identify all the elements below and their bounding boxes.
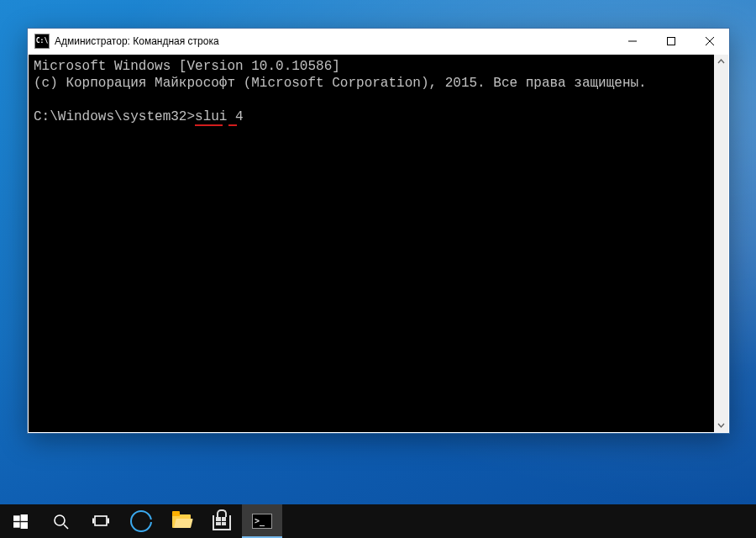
chevron-up-icon (717, 58, 725, 66)
scroll-down-button[interactable] (714, 418, 728, 432)
edge-icon (130, 510, 152, 532)
spellcheck-underline (195, 124, 223, 126)
windows-logo-icon (13, 514, 28, 529)
file-explorer-button[interactable] (161, 504, 202, 538)
cmd-title-icon: C:\ (34, 34, 50, 49)
window-client-area: Microsoft Windows [Version 10.0.10586] (… (29, 55, 728, 432)
window-title: Администратор: Командная строка (55, 35, 219, 47)
terminal-output[interactable]: Microsoft Windows [Version 10.0.10586] (… (29, 55, 714, 432)
scroll-track[interactable] (714, 69, 728, 418)
maximize-button[interactable] (652, 29, 690, 54)
command-prompt-window: C:\ Администратор: Командная строка Micr… (27, 28, 730, 434)
search-icon (53, 514, 69, 530)
edge-button[interactable] (121, 504, 161, 538)
task-view-icon (92, 514, 109, 528)
taskbar (0, 504, 756, 538)
task-view-button[interactable] (81, 504, 121, 538)
titlebar[interactable]: C:\ Администратор: Командная строка (28, 29, 729, 54)
minimize-button[interactable] (613, 29, 652, 54)
scroll-up-button[interactable] (714, 55, 728, 69)
terminal-line: Microsoft Windows [Version 10.0.10586] (34, 59, 340, 74)
svg-rect-0 (668, 38, 675, 45)
svg-rect-2 (20, 514, 27, 521)
store-icon (213, 515, 231, 530)
maximize-icon (667, 37, 675, 45)
svg-rect-4 (20, 522, 27, 529)
svg-rect-1 (13, 515, 20, 521)
terminal-line: (c) Корпорация Майкрософт (Microsoft Cor… (34, 76, 647, 91)
store-button[interactable] (202, 504, 242, 538)
command-prompt-taskbar-button[interactable] (242, 504, 282, 538)
svg-rect-6 (95, 516, 107, 525)
close-button[interactable] (690, 29, 729, 54)
search-button[interactable] (40, 504, 81, 538)
cmd-taskbar-icon (252, 514, 272, 529)
svg-rect-3 (13, 522, 20, 528)
desktop: C:\ Администратор: Командная строка Micr… (0, 0, 756, 538)
svg-rect-7 (92, 519, 94, 524)
spellcheck-underline (228, 124, 237, 126)
chevron-down-icon (717, 421, 725, 429)
folder-icon (172, 514, 191, 528)
svg-rect-8 (108, 519, 109, 524)
terminal-prompt: C:\Windows\system32> (34, 109, 195, 124)
vertical-scrollbar[interactable] (714, 55, 728, 432)
minimize-icon (628, 37, 637, 45)
svg-point-5 (55, 515, 65, 525)
terminal-command: slui 4 (195, 109, 244, 124)
close-icon (706, 37, 714, 45)
start-button[interactable] (0, 504, 40, 538)
